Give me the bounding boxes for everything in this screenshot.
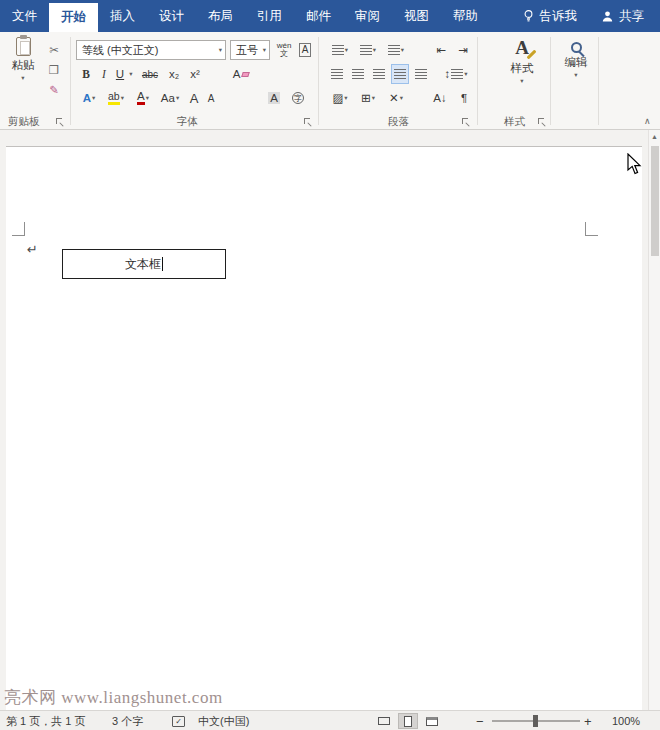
scroll-up-icon[interactable]: ▲: [649, 133, 660, 140]
tab-home[interactable]: 开始: [49, 3, 98, 32]
tab-file-label: 文件: [12, 8, 37, 25]
align-right-button[interactable]: [370, 64, 388, 84]
superscript-button[interactable]: x²: [186, 64, 204, 84]
phonetic-guide-button[interactable]: wén文: [274, 40, 294, 60]
zoom-in-button[interactable]: +: [584, 711, 592, 730]
multilevel-list-button[interactable]: ▾: [384, 40, 408, 60]
sort-button[interactable]: A↓: [428, 88, 452, 108]
scrollbar-thumb[interactable]: [651, 146, 659, 256]
editing-button[interactable]: 编辑 ▾: [556, 37, 596, 79]
clipboard-dialog-launcher[interactable]: [56, 118, 64, 126]
tab-layout[interactable]: 布局: [196, 0, 245, 32]
format-painter-icon: ✎: [49, 83, 59, 97]
tab-references[interactable]: 引用: [245, 0, 294, 32]
margin-crop-mark-right: [585, 222, 598, 236]
strikethrough-button[interactable]: abc: [138, 64, 162, 84]
paragraph-dialog-launcher[interactable]: [462, 118, 470, 126]
word-count-status[interactable]: 3 个字: [112, 711, 143, 730]
decrease-indent-button[interactable]: ⇤: [432, 40, 450, 60]
format-painter-button[interactable]: ✎: [44, 80, 64, 100]
change-case-button[interactable]: Aa▾: [157, 88, 183, 108]
multilevel-list-icon: [388, 45, 400, 55]
document-page[interactable]: [6, 146, 642, 710]
tab-tell-me[interactable]: 告诉我: [510, 0, 590, 32]
grow-font-icon: A: [190, 91, 199, 106]
paste-button[interactable]: 粘贴 ▾: [4, 37, 42, 82]
italic-icon: I: [102, 68, 106, 80]
underline-button[interactable]: U: [113, 64, 127, 84]
bullet-list-icon: [332, 45, 344, 55]
underline-dropdown[interactable]: ▾: [127, 64, 135, 84]
align-left-button[interactable]: [328, 64, 346, 84]
text-effects-button[interactable]: A▾: [78, 88, 100, 108]
numbering-button[interactable]: ▾: [356, 40, 380, 60]
group-divider: [550, 37, 551, 125]
align-center-icon: [352, 69, 364, 79]
chevron-down-icon: ▾: [146, 95, 149, 102]
tab-mailings[interactable]: 邮件: [294, 0, 343, 32]
language-status[interactable]: 中文(中国): [198, 711, 249, 730]
justify-icon: [394, 69, 406, 79]
collapse-ribbon-button[interactable]: ∧: [644, 116, 651, 126]
distribute-button[interactable]: [412, 64, 430, 84]
read-mode-button[interactable]: [374, 713, 394, 729]
asian-layout-button[interactable]: ✕▾: [384, 88, 408, 108]
cut-button[interactable]: ✂: [44, 40, 64, 60]
chevron-down-icon: ▾: [121, 95, 124, 102]
bold-button[interactable]: B: [78, 64, 94, 84]
zoom-slider[interactable]: [492, 720, 580, 722]
shading-button[interactable]: ▨▾: [328, 88, 352, 108]
grow-font-button[interactable]: A: [186, 88, 202, 108]
share-button-label: 共享: [619, 8, 644, 25]
font-name-value: 等线 (中文正文): [82, 43, 158, 58]
bullets-button[interactable]: ▾: [328, 40, 352, 60]
lightbulb-icon: [522, 9, 535, 23]
tab-view[interactable]: 视图: [392, 0, 441, 32]
print-layout-button[interactable]: [398, 713, 418, 729]
font-color-button[interactable]: A▾: [132, 88, 154, 108]
tab-help[interactable]: 帮助: [441, 0, 490, 32]
chevron-down-icon: ▾: [401, 47, 404, 54]
font-dialog-launcher[interactable]: [304, 118, 312, 126]
styles-button[interactable]: A 样式 ▾: [500, 37, 544, 85]
text-box[interactable]: 文本框: [62, 249, 226, 279]
zoom-slider-thumb[interactable]: [533, 715, 538, 727]
borders-button[interactable]: ⊞▾: [356, 88, 380, 108]
justify-button[interactable]: [391, 64, 409, 84]
group-divider: [70, 37, 71, 125]
styles-dialog-launcher[interactable]: [538, 118, 546, 126]
clear-formatting-button[interactable]: A: [228, 64, 254, 84]
tab-file[interactable]: 文件: [0, 0, 49, 32]
proofing-status-button[interactable]: ✓: [172, 711, 185, 730]
font-group-label: 字体: [177, 115, 198, 129]
shrink-font-button[interactable]: A: [204, 88, 218, 108]
font-size-combo[interactable]: 五号 ▾: [230, 40, 270, 60]
font-name-combo[interactable]: 等线 (中文正文) ▾: [76, 40, 226, 60]
chevron-down-icon: ▾: [129, 71, 132, 78]
copy-icon: ❐: [49, 63, 59, 77]
subscript-button[interactable]: x₂: [165, 64, 183, 84]
pilcrow-icon: ¶: [461, 92, 467, 104]
align-center-button[interactable]: [349, 64, 367, 84]
tab-insert[interactable]: 插入: [98, 0, 147, 32]
line-spacing-button[interactable]: ↕▾: [442, 64, 470, 84]
copy-button[interactable]: ❐: [44, 60, 64, 80]
zoom-level[interactable]: 100%: [612, 711, 640, 730]
web-layout-button[interactable]: [422, 713, 442, 729]
increase-indent-button[interactable]: ⇥: [454, 40, 472, 60]
magnifier-icon: [571, 42, 582, 53]
vertical-scrollbar[interactable]: ▲: [648, 130, 660, 710]
zoom-out-button[interactable]: −: [476, 711, 484, 730]
shading-icon: ▨: [332, 91, 343, 105]
tab-review[interactable]: 审阅: [343, 0, 392, 32]
highlight-color-button[interactable]: ab▾: [103, 88, 129, 108]
enclose-characters-button[interactable]: 字: [288, 88, 308, 108]
italic-button[interactable]: I: [97, 64, 111, 84]
show-hide-marks-button[interactable]: ¶: [456, 88, 472, 108]
character-border-button[interactable]: A: [296, 40, 314, 60]
tab-design[interactable]: 设计: [147, 0, 196, 32]
print-layout-icon: [404, 716, 412, 727]
share-button[interactable]: 共享: [589, 0, 656, 32]
character-shading-button[interactable]: A: [264, 88, 284, 108]
page-number-status[interactable]: 第 1 页，共 1 页: [6, 711, 85, 730]
